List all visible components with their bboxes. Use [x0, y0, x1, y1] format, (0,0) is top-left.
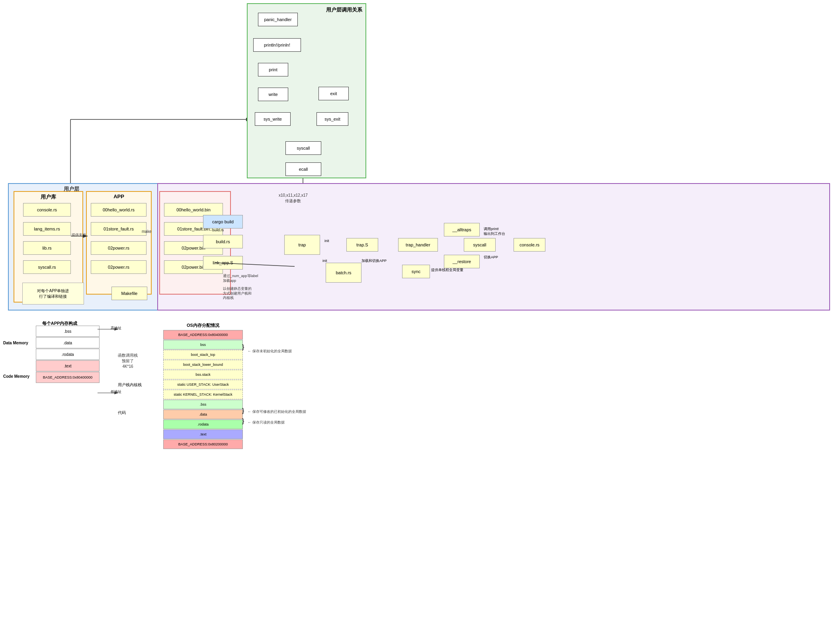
os-memory-region: OS内存分配情况 BASE_ADDRESS:0x80400000 bss boo… — [163, 322, 243, 449]
trap-box: trap — [284, 235, 320, 255]
function-stack-note: 函数调用栈预留了4K*16 — [118, 353, 138, 369]
user-lib-label: 用户库 — [41, 193, 56, 201]
app-memory-stack: 高地址 .bss .data .rodata .text BASE_ADDRES… — [36, 326, 100, 383]
makefile-box: Makefile — [111, 287, 147, 300]
compile-note: 对每个APP单独进行了编译和链接 — [22, 283, 84, 305]
data-memory-label: Data Memory — [3, 341, 28, 345]
link-app-S-box: link_app.S — [203, 256, 243, 269]
app-00hello: 00hello_world.rs — [91, 203, 147, 217]
ecall-box: ecall — [285, 162, 321, 176]
save-uninit-note: ← 保存未初始化的全局数据 — [248, 349, 292, 354]
app-02power-1: 02power.rs — [91, 241, 147, 255]
trap-S-box: trap.S — [346, 238, 378, 252]
code-label: 代码 — [118, 410, 126, 416]
bin-00hello: 00hello_world.bin — [164, 203, 223, 217]
console-rs-userlib: console.rs — [23, 203, 71, 217]
build-arrow-label: →build.rs — [209, 228, 224, 232]
make-label: make — [142, 229, 151, 234]
init-label-1: init — [324, 239, 329, 243]
sys-exit-box: sys_exit — [316, 112, 348, 126]
syscall-kernel-box: syscall — [464, 238, 496, 252]
support-label: 提供支持 — [72, 232, 86, 238]
alltraps-box: __alltraps — [444, 223, 480, 236]
call-print-note: 调用print!输出到工作台 — [484, 227, 505, 236]
restore-box: __restore — [444, 255, 480, 268]
build-rs-box: build.rs — [203, 235, 243, 248]
read-only-note: ← 保存只读的全局数据 — [248, 420, 285, 425]
println-box: println!/prinln! — [253, 38, 301, 52]
console-rs-kernel-box: console.rs — [514, 238, 545, 252]
sync-box: sync — [402, 265, 430, 278]
user-call-label: 用户层调用关系 — [326, 6, 362, 14]
code-memory-label: Code Memory — [3, 374, 29, 379]
user-layer-section-label: 用户层 — [64, 186, 79, 193]
create-stack-note: 以创建静态变量的方式创建用户栈和内核栈 — [223, 287, 252, 301]
load-app-note: 通过_num_app等label加载app — [223, 274, 258, 283]
x10-params-label: x10,x11,x12,x17传递参数 — [279, 193, 308, 204]
app-label: APP — [113, 193, 124, 199]
global-var-note: 提供单线程全局变量 — [431, 268, 463, 273]
batch-rs-box: batch.rs — [326, 263, 361, 283]
trap-handler-box: trap_handler — [398, 238, 438, 252]
init-label-2: init — [322, 259, 327, 263]
panic-handler-box: panic_handler — [258, 13, 298, 26]
save-init-note: ← 保存可修改的已初始化的全局数据 — [248, 409, 306, 414]
app-02power-2: 02power.rs — [91, 260, 147, 274]
sys-write-box: sys_write — [255, 112, 291, 126]
print-box: print — [258, 63, 288, 76]
cargo-build-box: cargo build — [203, 215, 243, 228]
syscall-top-box: syscall — [285, 141, 321, 155]
syscall-rs: syscall.rs — [23, 260, 71, 274]
write-box: write — [258, 88, 288, 101]
lang-items-rs: lang_items.rs — [23, 222, 71, 236]
lib-rs: lib.rs — [23, 241, 71, 255]
app-01store: 01store_fault.rs — [91, 222, 147, 236]
add-batch-note: 加载和切换APP — [361, 259, 387, 264]
exit-box: exit — [318, 87, 349, 100]
user-kernel-stack-label: 用户栈内核栈 — [118, 382, 142, 388]
switch-app-note: 切换APP — [484, 255, 498, 260]
